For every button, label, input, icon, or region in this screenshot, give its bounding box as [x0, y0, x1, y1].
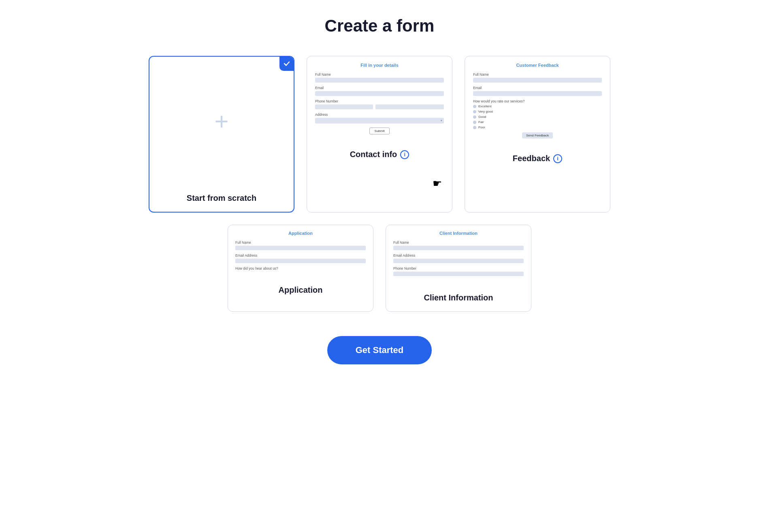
radio-very-good-label: Very good — [478, 110, 493, 113]
feedback-email-label: Email — [473, 86, 602, 90]
card-feedback[interactable]: Customer Feedback Full Name Email How wo… — [465, 56, 610, 213]
contact-label-text: Contact info — [350, 150, 397, 159]
contact-address-select: ▾ — [315, 118, 444, 123]
client-label-text: Client Information — [424, 293, 493, 302]
radio-poor: Poor — [473, 126, 602, 129]
feedback-rating-group: Excellent Very good Good Fair — [473, 104, 602, 129]
feedback-mini-form: Customer Feedback Full Name Email How wo… — [465, 56, 610, 147]
client-fullname-input — [393, 246, 524, 250]
feedback-submit-btn[interactable]: Send Feedback — [522, 132, 553, 138]
scratch-label-text: Start from scratch — [187, 194, 256, 203]
feedback-preview: Customer Feedback Full Name Email How wo… — [465, 56, 610, 147]
radio-excellent-label: Excellent — [478, 104, 491, 108]
feedback-form-title: Customer Feedback — [473, 63, 602, 68]
feedback-email-input — [473, 91, 602, 96]
card-contact-label: Contact info i — [307, 143, 452, 168]
client-mini-form: Client Information Full Name Email Addre… — [386, 225, 531, 286]
contact-mini-form: Fill in your details Full Name Email Pho… — [307, 56, 452, 143]
scratch-preview: + — [149, 57, 294, 186]
plus-icon: + — [214, 109, 228, 134]
feedback-label-text: Feedback — [513, 154, 550, 163]
contact-info-icon[interactable]: i — [400, 150, 409, 159]
radio-fair: Fair — [473, 120, 602, 124]
radio-good: Good — [473, 115, 602, 119]
client-phone-input — [393, 272, 524, 276]
feedback-fullname-label: Full Name — [473, 72, 602, 77]
contact-fullname-input — [315, 78, 444, 83]
application-label-text: Application — [279, 285, 323, 295]
page-title: Create a form — [325, 16, 435, 36]
application-form-title: Application — [235, 231, 366, 236]
app-fullname-input — [235, 246, 366, 250]
feedback-info-icon[interactable]: i — [553, 154, 562, 163]
client-phone-label: Phone Number — [393, 266, 524, 270]
card-application-label: Application — [228, 278, 373, 304]
contact-phone-prefix — [315, 104, 373, 109]
application-preview: Application Full Name Email Address How … — [228, 225, 373, 278]
card-client-label: Client Information — [386, 286, 531, 311]
contact-form-title: Fill in your details — [315, 63, 444, 68]
app-fullname-label: Full Name — [235, 240, 366, 245]
radio-dot — [473, 115, 476, 119]
radio-dot — [473, 105, 476, 108]
get-started-button[interactable]: Get Started — [327, 336, 432, 364]
selected-checkmark — [279, 56, 294, 71]
client-email-label: Email Address — [393, 253, 524, 257]
select-arrow-icon: ▾ — [441, 119, 442, 122]
radio-dot — [473, 121, 476, 124]
app-hear-label: How did you hear about us? — [235, 266, 366, 270]
application-mini-form: Application Full Name Email Address How … — [228, 225, 373, 278]
client-preview: Client Information Full Name Email Addre… — [386, 225, 531, 286]
card-scratch[interactable]: + Start from scratch — [149, 56, 294, 213]
radio-dot — [473, 126, 476, 129]
contact-submit-btn[interactable]: Submit — [369, 128, 390, 134]
contact-fullname-label: Full Name — [315, 72, 444, 77]
contact-phone-input — [375, 104, 444, 109]
contact-address-label: Address — [315, 113, 444, 117]
contact-email-input — [315, 91, 444, 96]
card-scratch-label: Start from scratch — [149, 186, 294, 212]
contact-preview: Fill in your details Full Name Email Pho… — [307, 56, 452, 143]
cards-grid-row2: Application Full Name Email Address How … — [228, 225, 531, 312]
card-application[interactable]: Application Full Name Email Address How … — [228, 225, 373, 312]
radio-fair-label: Fair — [478, 120, 484, 124]
card-feedback-label: Feedback i — [465, 147, 610, 172]
app-email-label: Email Address — [235, 253, 366, 257]
radio-good-label: Good — [478, 115, 486, 119]
contact-phone-label: Phone Number — [315, 99, 444, 103]
app-email-input — [235, 259, 366, 263]
client-email-input — [393, 259, 524, 263]
card-client[interactable]: Client Information Full Name Email Addre… — [386, 225, 531, 312]
card-contact[interactable]: Fill in your details Full Name Email Pho… — [307, 56, 452, 213]
cursor-hand-icon: ☛ — [433, 177, 442, 190]
contact-email-label: Email — [315, 86, 444, 90]
radio-dot — [473, 110, 476, 113]
radio-excellent: Excellent — [473, 104, 602, 108]
client-form-title: Client Information — [393, 231, 524, 236]
feedback-fullname-input — [473, 78, 602, 83]
feedback-rating-question: How would you rate our services? — [473, 99, 602, 103]
cards-grid-row1: + Start from scratch Fill in your detail… — [149, 56, 610, 213]
radio-poor-label: Poor — [478, 126, 485, 129]
radio-very-good: Very good — [473, 110, 602, 113]
client-fullname-label: Full Name — [393, 240, 524, 245]
